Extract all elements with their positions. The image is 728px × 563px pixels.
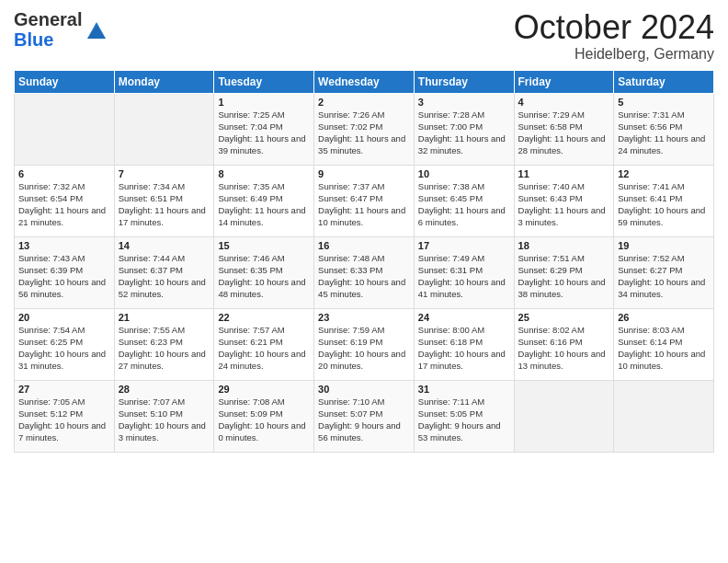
day-info: Sunrise: 7:43 AMSunset: 6:39 PMDaylight:… bbox=[18, 252, 110, 301]
day-number: 9 bbox=[318, 168, 410, 179]
day-info: Sunrise: 7:29 AMSunset: 6:58 PMDaylight:… bbox=[518, 109, 610, 157]
calendar-cell: 6Sunrise: 7:32 AMSunset: 6:54 PMDaylight… bbox=[15, 165, 115, 236]
calendar-week-row: 27Sunrise: 7:05 AMSunset: 5:12 PMDayligh… bbox=[15, 380, 714, 452]
logo-blue-text: Blue bbox=[14, 29, 53, 50]
day-number: 18 bbox=[518, 240, 610, 251]
day-info: Sunrise: 7:08 AMSunset: 5:09 PMDaylight:… bbox=[218, 396, 310, 444]
calendar-week-row: 1Sunrise: 7:25 AMSunset: 7:04 PMDaylight… bbox=[15, 93, 714, 165]
svg-marker-1 bbox=[87, 26, 106, 39]
calendar-cell: 22Sunrise: 7:57 AMSunset: 6:21 PMDayligh… bbox=[214, 308, 314, 380]
calendar-cell: 4Sunrise: 7:29 AMSunset: 6:58 PMDaylight… bbox=[514, 93, 614, 165]
calendar-cell: 23Sunrise: 7:59 AMSunset: 6:19 PMDayligh… bbox=[314, 308, 415, 380]
day-info: Sunrise: 7:26 AMSunset: 7:02 PMDaylight:… bbox=[318, 109, 410, 157]
calendar-cell: 10Sunrise: 7:38 AMSunset: 6:45 PMDayligh… bbox=[414, 165, 514, 236]
col-tuesday: Tuesday bbox=[214, 70, 314, 93]
calendar-cell: 30Sunrise: 7:10 AMSunset: 5:07 PMDayligh… bbox=[314, 380, 415, 452]
day-info: Sunrise: 8:02 AMSunset: 6:16 PMDaylight:… bbox=[518, 324, 610, 373]
calendar-table: Sunday Monday Tuesday Wednesday Thursday… bbox=[14, 70, 714, 453]
day-info: Sunrise: 7:11 AMSunset: 5:05 PMDaylight:… bbox=[418, 396, 510, 444]
calendar-cell bbox=[114, 93, 214, 165]
day-info: Sunrise: 7:05 AMSunset: 5:12 PMDaylight:… bbox=[18, 396, 110, 444]
calendar-week-row: 20Sunrise: 7:54 AMSunset: 6:25 PMDayligh… bbox=[15, 308, 714, 380]
calendar-cell bbox=[614, 380, 714, 452]
day-info: Sunrise: 7:32 AMSunset: 6:54 PMDaylight:… bbox=[18, 180, 110, 229]
calendar-cell: 2Sunrise: 7:26 AMSunset: 7:02 PMDaylight… bbox=[314, 93, 415, 165]
day-info: Sunrise: 7:31 AMSunset: 6:56 PMDaylight:… bbox=[618, 109, 710, 157]
calendar-week-row: 6Sunrise: 7:32 AMSunset: 6:54 PMDaylight… bbox=[15, 165, 714, 236]
day-info: Sunrise: 7:35 AMSunset: 6:49 PMDaylight:… bbox=[218, 180, 310, 229]
calendar-cell: 13Sunrise: 7:43 AMSunset: 6:39 PMDayligh… bbox=[15, 236, 115, 308]
calendar-cell: 1Sunrise: 7:25 AMSunset: 7:04 PMDaylight… bbox=[214, 93, 314, 165]
calendar-cell: 16Sunrise: 7:48 AMSunset: 6:33 PMDayligh… bbox=[314, 236, 415, 308]
day-info: Sunrise: 8:00 AMSunset: 6:18 PMDaylight:… bbox=[418, 324, 510, 373]
day-number: 17 bbox=[418, 240, 510, 251]
day-info: Sunrise: 7:51 AMSunset: 6:29 PMDaylight:… bbox=[518, 252, 610, 301]
calendar-cell: 27Sunrise: 7:05 AMSunset: 5:12 PMDayligh… bbox=[15, 380, 115, 452]
day-info: Sunrise: 7:38 AMSunset: 6:45 PMDaylight:… bbox=[418, 180, 510, 229]
day-number: 19 bbox=[618, 240, 710, 251]
day-number: 15 bbox=[218, 240, 310, 251]
day-info: Sunrise: 7:52 AMSunset: 6:27 PMDaylight:… bbox=[618, 252, 710, 301]
day-info: Sunrise: 7:48 AMSunset: 6:33 PMDaylight:… bbox=[318, 252, 410, 301]
day-number: 6 bbox=[18, 168, 110, 179]
day-number: 26 bbox=[618, 312, 710, 323]
day-info: Sunrise: 7:41 AMSunset: 6:41 PMDaylight:… bbox=[618, 180, 710, 229]
day-info: Sunrise: 7:28 AMSunset: 7:00 PMDaylight:… bbox=[418, 109, 510, 157]
calendar-cell: 25Sunrise: 8:02 AMSunset: 6:16 PMDayligh… bbox=[514, 308, 614, 380]
calendar-cell bbox=[514, 380, 614, 452]
calendar-cell: 26Sunrise: 8:03 AMSunset: 6:14 PMDayligh… bbox=[614, 308, 714, 380]
day-info: Sunrise: 7:59 AMSunset: 6:19 PMDaylight:… bbox=[318, 324, 410, 373]
calendar-page: General Blue October 2024 Heidelberg, Ge… bbox=[0, 0, 728, 563]
col-saturday: Saturday bbox=[614, 70, 714, 93]
month-title: October 2024 bbox=[514, 9, 714, 46]
day-number: 22 bbox=[218, 312, 310, 323]
calendar-cell: 15Sunrise: 7:46 AMSunset: 6:35 PMDayligh… bbox=[214, 236, 314, 308]
day-info: Sunrise: 7:46 AMSunset: 6:35 PMDaylight:… bbox=[218, 252, 310, 301]
calendar-cell: 29Sunrise: 7:08 AMSunset: 5:09 PMDayligh… bbox=[214, 380, 314, 452]
day-number: 31 bbox=[418, 384, 510, 395]
day-number: 13 bbox=[18, 240, 110, 251]
day-number: 20 bbox=[18, 312, 110, 323]
day-info: Sunrise: 8:03 AMSunset: 6:14 PMDaylight:… bbox=[618, 324, 710, 373]
day-number: 28 bbox=[119, 384, 210, 395]
day-info: Sunrise: 7:10 AMSunset: 5:07 PMDaylight:… bbox=[318, 396, 410, 444]
calendar-cell: 17Sunrise: 7:49 AMSunset: 6:31 PMDayligh… bbox=[414, 236, 514, 308]
col-friday: Friday bbox=[514, 70, 614, 93]
day-info: Sunrise: 7:55 AMSunset: 6:23 PMDaylight:… bbox=[119, 324, 210, 373]
day-number: 23 bbox=[318, 312, 410, 323]
logo-general-text: General bbox=[14, 9, 82, 29]
day-info: Sunrise: 7:25 AMSunset: 7:04 PMDaylight:… bbox=[218, 109, 310, 157]
col-sunday: Sunday bbox=[15, 70, 115, 93]
day-number: 5 bbox=[618, 97, 710, 108]
header: General Blue October 2024 Heidelberg, Ge… bbox=[14, 9, 714, 63]
day-number: 14 bbox=[119, 240, 210, 251]
calendar-cell: 31Sunrise: 7:11 AMSunset: 5:05 PMDayligh… bbox=[414, 380, 514, 452]
day-number: 4 bbox=[518, 97, 610, 108]
day-number: 1 bbox=[218, 97, 310, 108]
calendar-cell: 18Sunrise: 7:51 AMSunset: 6:29 PMDayligh… bbox=[514, 236, 614, 308]
location: Heidelberg, Germany bbox=[514, 46, 714, 63]
col-monday: Monday bbox=[114, 70, 214, 93]
day-info: Sunrise: 7:34 AMSunset: 6:51 PMDaylight:… bbox=[119, 180, 210, 229]
logo-icon bbox=[84, 17, 109, 42]
day-number: 12 bbox=[618, 168, 710, 179]
day-number: 25 bbox=[518, 312, 610, 323]
calendar-cell: 5Sunrise: 7:31 AMSunset: 6:56 PMDaylight… bbox=[614, 93, 714, 165]
col-wednesday: Wednesday bbox=[314, 70, 415, 93]
day-number: 24 bbox=[418, 312, 510, 323]
day-info: Sunrise: 7:49 AMSunset: 6:31 PMDaylight:… bbox=[418, 252, 510, 301]
day-number: 11 bbox=[518, 168, 610, 179]
day-number: 29 bbox=[218, 384, 310, 395]
day-info: Sunrise: 7:37 AMSunset: 6:47 PMDaylight:… bbox=[318, 180, 410, 229]
day-info: Sunrise: 7:07 AMSunset: 5:10 PMDaylight:… bbox=[119, 396, 210, 444]
calendar-cell bbox=[15, 93, 115, 165]
calendar-cell: 11Sunrise: 7:40 AMSunset: 6:43 PMDayligh… bbox=[514, 165, 614, 236]
day-number: 30 bbox=[318, 384, 410, 395]
calendar-cell: 28Sunrise: 7:07 AMSunset: 5:10 PMDayligh… bbox=[114, 380, 214, 452]
calendar-cell: 14Sunrise: 7:44 AMSunset: 6:37 PMDayligh… bbox=[114, 236, 214, 308]
calendar-header-row: Sunday Monday Tuesday Wednesday Thursday… bbox=[15, 70, 714, 93]
day-info: Sunrise: 7:54 AMSunset: 6:25 PMDaylight:… bbox=[18, 324, 110, 373]
calendar-cell: 7Sunrise: 7:34 AMSunset: 6:51 PMDaylight… bbox=[114, 165, 214, 236]
day-number: 7 bbox=[119, 168, 210, 179]
day-number: 3 bbox=[418, 97, 510, 108]
